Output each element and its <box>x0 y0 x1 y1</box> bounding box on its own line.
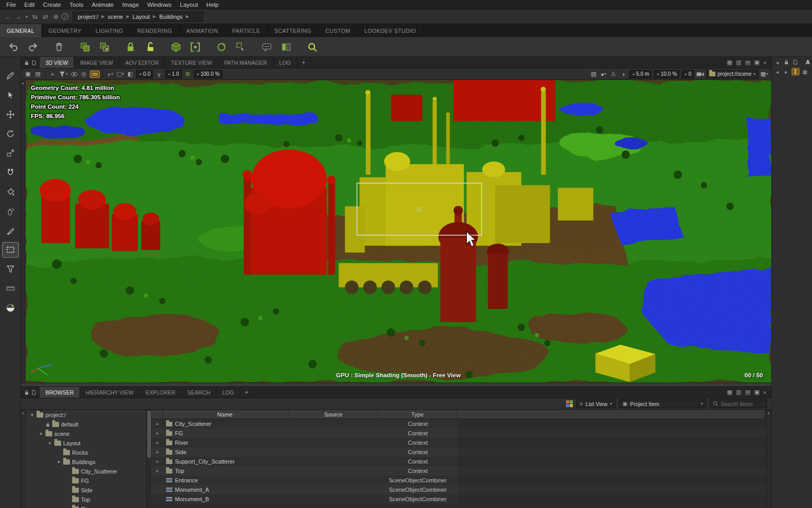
row-expander[interactable]: + <box>151 440 163 446</box>
subsampling-field[interactable]: ◂▸10.0 % <box>654 70 679 78</box>
dock-collapse-icon[interactable]: ◂ <box>774 59 781 66</box>
layout-quad-icon[interactable]: ▦ <box>727 59 732 66</box>
tree-item-project[interactable]: ▼project:/ <box>26 410 146 420</box>
search-box[interactable] <box>710 399 767 408</box>
shelf-tab-lighting[interactable]: LIGHTING <box>89 24 131 37</box>
layout-single-icon[interactable]: ▣ <box>754 59 759 66</box>
duplicate-button[interactable] <box>77 39 93 55</box>
camera-icon[interactable] <box>696 70 704 78</box>
menu-file[interactable]: File <box>2 1 20 8</box>
table-row[interactable]: Entrance SceneObjectCombiner <box>151 476 766 485</box>
tree-item-side[interactable]: Side <box>26 486 146 495</box>
tab-aov-editor[interactable]: AOV EDITOR <box>120 57 166 68</box>
dock-note-icon[interactable] <box>792 59 798 66</box>
shelf-tab-scattering[interactable]: SCATTERING <box>267 24 319 37</box>
tree-item-fg[interactable]: FG <box>26 476 146 486</box>
expression-sigma-icon[interactable]: Σ <box>792 68 799 75</box>
camera-path-dropdown[interactable]: project://scene▾ <box>707 70 758 78</box>
row-expander[interactable]: + <box>151 458 163 465</box>
search-input[interactable] <box>721 401 762 407</box>
scatter-button[interactable] <box>213 39 230 55</box>
panel-splitter[interactable] <box>21 383 771 387</box>
forward-icon[interactable]: → <box>14 12 23 21</box>
redo-button[interactable] <box>25 39 41 55</box>
instantiate-button[interactable] <box>96 39 113 55</box>
table-row[interactable]: + City_Scatterer Context <box>151 419 766 429</box>
table-row[interactable]: Monument_B SceneObjectCombiner <box>151 494 766 504</box>
tree-scrollbar[interactable] <box>146 410 151 508</box>
tree-item-rocks[interactable]: Rocks <box>26 448 146 457</box>
paint-tool[interactable] <box>3 223 18 238</box>
shelf-tab-lookdev-studio[interactable]: LOOKDEV STUDIO <box>358 24 423 37</box>
browser-left-scrollbar[interactable]: ▴ <box>21 410 26 508</box>
breadcrumb-segment[interactable]: scene <box>106 14 124 20</box>
menu-layout[interactable]: Layout <box>176 1 203 8</box>
info-icon[interactable]: i <box>62 13 68 20</box>
tree-item-scene[interactable]: ▼scene <box>26 429 146 438</box>
breadcrumb-arrow-icon[interactable]: ▶ <box>125 14 131 19</box>
menu-help[interactable]: Help <box>202 1 223 8</box>
layout-hsplit-icon[interactable]: ▤ <box>745 389 750 396</box>
row-expander[interactable]: + <box>151 449 163 455</box>
viewport-left-scrollbar[interactable]: ▴ <box>21 80 26 383</box>
3d-scene[interactable] <box>26 80 771 383</box>
build-package-button[interactable] <box>168 39 184 55</box>
tab-image-view[interactable]: IMAGE VIEW <box>74 57 120 68</box>
row-expander[interactable]: + <box>151 421 163 427</box>
undo-button[interactable] <box>5 39 22 55</box>
table-scrollbar[interactable]: ▴ <box>766 410 771 508</box>
expand-arrow-icon[interactable]: ▼ <box>39 432 43 436</box>
table-row[interactable]: + Side Context <box>151 447 766 457</box>
inspect-button[interactable] <box>304 39 321 55</box>
marquee-tool[interactable] <box>3 243 18 257</box>
panel-lock-icon[interactable] <box>24 390 29 395</box>
localize-button[interactable] <box>232 39 249 55</box>
tab-browser[interactable]: BROWSER <box>40 387 80 398</box>
transform-handles-icon[interactable]: + <box>49 70 56 78</box>
tree-item-river[interactable]: River <box>26 504 146 508</box>
exposure-field[interactable]: ◂▸0.0 <box>136 70 153 78</box>
menu-tools[interactable]: Tools <box>65 1 88 8</box>
select-tool[interactable] <box>3 88 18 102</box>
breadcrumb-segment[interactable]: project:/ <box>76 14 100 20</box>
breadcrumb-segment[interactable]: Buildings <box>158 14 184 20</box>
expand-arrow-icon[interactable]: ▼ <box>48 441 52 446</box>
shading-mode-dropdown[interactable]: ◐▾ <box>107 70 114 78</box>
menu-animate[interactable]: Animate <box>88 1 118 8</box>
table-row[interactable]: + Support_City_Scatterer Context <box>151 457 766 466</box>
table-row[interactable]: Monument_A SceneObjectCombiner <box>151 485 766 494</box>
clip-distance-field[interactable]: ◂▸5.0 m <box>629 70 652 78</box>
layout-quad-icon[interactable]: ▦ <box>727 389 732 396</box>
rotate-tool[interactable] <box>3 126 18 141</box>
add-tab-button[interactable]: + <box>297 57 311 68</box>
split-layout-button[interactable] <box>278 39 295 55</box>
region-select-icon[interactable]: ▧ <box>590 70 597 78</box>
add-tab-button[interactable]: + <box>240 387 254 398</box>
table-row[interactable]: + Top Context <box>151 466 766 476</box>
gamma-field[interactable]: ◂▸1.0 <box>165 70 182 78</box>
shelf-tab-animation[interactable]: ANIMATION <box>180 24 226 37</box>
tree-item-top[interactable]: Top <box>26 495 146 504</box>
pivot-icon[interactable]: ◎ <box>80 70 88 78</box>
scrollbar-thumb[interactable] <box>147 411 151 458</box>
scale-tool[interactable] <box>3 146 18 160</box>
dock-grid-icon[interactable]: ▦ <box>802 68 808 75</box>
warning-icon[interactable]: ⚠ <box>609 70 617 78</box>
item-filter-dropdown[interactable]: ▣ Project Item ▾ <box>619 399 707 408</box>
view-mode-dropdown[interactable]: ≡ List View ▾ <box>576 399 616 408</box>
layout-vsplit-icon[interactable]: ▥ <box>736 389 741 396</box>
snap-tool[interactable] <box>3 165 18 180</box>
next-context-icon[interactable]: ⇄ <box>41 12 50 21</box>
filter-dropdown-icon[interactable]: ▾ <box>58 70 68 78</box>
filter-tool[interactable] <box>3 262 18 276</box>
tab-path-manager[interactable]: PATH MANAGER <box>218 57 273 68</box>
column-header-name[interactable]: Name <box>163 410 289 419</box>
row-expander[interactable]: + <box>151 430 163 436</box>
unlock-button[interactable] <box>142 39 158 55</box>
shading-ball-tool[interactable] <box>3 301 18 315</box>
lock-button[interactable] <box>122 39 139 55</box>
tree-item-city-scatterer[interactable]: City_Scatterer <box>26 467 146 476</box>
tree-item-layout[interactable]: ▼Layout <box>26 438 146 448</box>
layout-single-icon[interactable]: ▣ <box>754 389 759 396</box>
combine-button[interactable] <box>187 39 204 55</box>
